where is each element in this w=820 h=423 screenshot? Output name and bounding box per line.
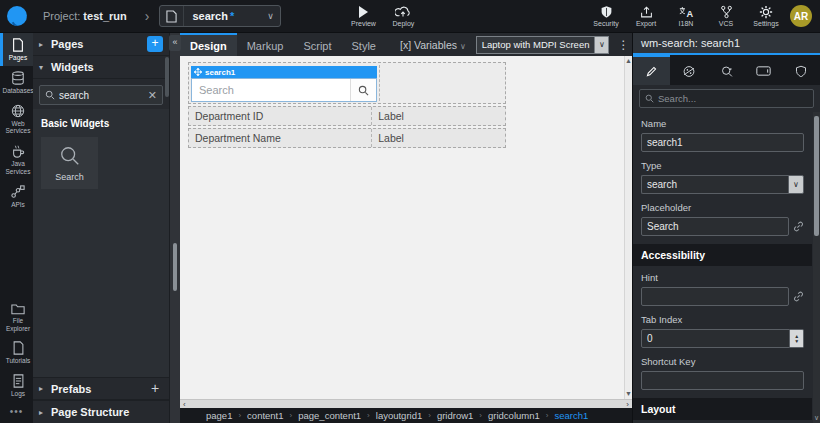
stepper-arrows[interactable]: ▲▼ — [790, 329, 804, 348]
canvas-left-scrollbar-thumb[interactable] — [173, 243, 177, 291]
device-tab[interactable] — [745, 55, 782, 85]
stepper-down-icon[interactable]: ▼ — [794, 339, 799, 344]
rail-item-pages[interactable]: Pages — [0, 33, 33, 66]
rail-item-web-services[interactable]: Web Services — [0, 99, 33, 140]
left-panel-scrollbar[interactable] — [165, 57, 169, 97]
variables-menu[interactable]: [x] Variables ∨ — [400, 39, 466, 51]
breadcrumb-gridrow1[interactable]: gridrow1 — [437, 410, 473, 421]
properties-panel-tabs — [633, 55, 820, 85]
empty-grid-cell[interactable] — [379, 65, 503, 101]
chevron-right-icon: › — [145, 8, 150, 24]
bind-link-icon[interactable] — [793, 291, 804, 302]
rail-item-databases[interactable]: Databases — [0, 66, 33, 99]
styles-tab[interactable] — [670, 55, 707, 85]
search-widget-tile-label: Search — [55, 172, 84, 182]
tab-index-input[interactable] — [641, 329, 790, 348]
breadcrumb-page1[interactable]: page1 — [206, 410, 232, 421]
name-input[interactable] — [641, 133, 804, 152]
label-department-id[interactable]: Department ID — [189, 107, 372, 125]
tab-index-stepper: ▲▼ — [641, 329, 804, 348]
scroll-down-icon[interactable]: ▼ — [625, 389, 632, 399]
chevron-down-icon: ∨ — [260, 11, 280, 21]
grid-row-department-name[interactable]: Department Name Label — [188, 128, 506, 148]
layout-grid[interactable]: search1 — [188, 62, 506, 150]
breadcrumb-search1[interactable]: search1 — [554, 410, 588, 421]
more-options-icon[interactable]: ⋮ — [617, 38, 629, 52]
search-icon — [45, 90, 55, 100]
page-icon — [11, 38, 25, 52]
rail-more-button[interactable]: ••• — [0, 402, 33, 423]
device-preview-select[interactable]: Laptop with MDPI Screen ∨ — [476, 36, 610, 54]
label-department-name[interactable]: Department Name — [189, 129, 372, 147]
bind-link-icon[interactable] — [793, 221, 804, 232]
breadcrumb-gridcolumn1[interactable]: gridcolumn1 — [488, 410, 540, 421]
property-search-input[interactable] — [658, 93, 808, 104]
deploy-button[interactable]: Deploy — [383, 0, 423, 33]
pages-accordion-header[interactable]: ▸ Pages + — [33, 33, 169, 56]
collapse-left-panel-button[interactable]: « — [169, 35, 181, 51]
shortcut-key-input[interactable] — [641, 371, 804, 390]
tab-script[interactable]: Script — [293, 33, 341, 56]
properties-tab[interactable] — [633, 55, 670, 85]
svg-text:A: A — [686, 9, 693, 19]
security-tab[interactable] — [783, 55, 820, 85]
chevron-right-icon: ▸ — [39, 384, 51, 393]
scroll-down-icon[interactable]: ∨ — [813, 414, 820, 422]
page-selector[interactable]: search* ∨ — [159, 5, 281, 27]
translate-icon: A — [679, 5, 694, 19]
grid-row-search[interactable]: search1 — [188, 62, 506, 104]
widgets-accordion-header[interactable]: ▾ Widgets — [33, 56, 169, 79]
canvas-search-button[interactable] — [350, 79, 376, 101]
search-settings-icon — [720, 65, 734, 78]
placeholder-input[interactable] — [641, 217, 789, 236]
vcs-button[interactable]: VCS — [706, 0, 746, 33]
user-avatar[interactable]: AR — [790, 5, 812, 27]
wavemaker-logo[interactable] — [0, 0, 33, 33]
selected-search-widget[interactable]: search1 — [191, 66, 377, 103]
properties-scrollbar[interactable]: ∨ — [813, 112, 820, 423]
canvas-vertical-scrollbar[interactable]: ▲ ▼ — [624, 56, 632, 399]
scroll-up-icon[interactable]: ▲ — [625, 56, 632, 66]
i18n-button[interactable]: A I18N — [666, 0, 706, 33]
search-icon — [358, 85, 369, 96]
panel-splitter[interactable]: « — [170, 33, 180, 423]
breadcrumb-layoutgrid1[interactable]: layoutgrid1 — [376, 410, 422, 421]
clear-search-icon[interactable]: ✕ — [148, 89, 157, 102]
rail-item-tutorials[interactable]: Tutorials — [0, 336, 33, 369]
property-search-box[interactable] — [639, 89, 814, 108]
design-canvas[interactable]: search1 — [180, 56, 624, 399]
tab-style[interactable]: Style — [342, 33, 386, 56]
canvas-horizontal-scrollbar[interactable]: ‹ › — [180, 399, 632, 408]
security-button[interactable]: Security — [586, 0, 626, 33]
hint-input[interactable] — [641, 287, 789, 306]
breadcrumb-content1[interactable]: content1 — [247, 410, 283, 421]
breadcrumb-page-content1[interactable]: page_content1 — [298, 410, 361, 421]
label-value[interactable]: Label — [372, 129, 505, 147]
rail-item-java-services[interactable]: Java Services — [0, 139, 33, 180]
preview-button[interactable]: Preview — [343, 0, 383, 33]
settings-button[interactable]: Settings — [746, 0, 786, 33]
canvas-search-box[interactable] — [191, 78, 377, 102]
page-structure-accordion-header[interactable]: ▸ Page Structure — [33, 400, 169, 423]
export-button[interactable]: Export — [626, 0, 666, 33]
rail-item-logs[interactable]: Logs — [0, 369, 33, 402]
widget-search-input[interactable] — [59, 90, 148, 101]
prefabs-accordion-header[interactable]: ▸ Prefabs + — [33, 377, 169, 400]
type-label: Type — [641, 160, 804, 171]
add-page-button[interactable]: + — [147, 36, 163, 52]
add-prefab-button[interactable]: + — [147, 381, 163, 397]
breadcrumb-separator: › — [479, 411, 482, 420]
properties-scrollbar-thumb[interactable] — [814, 116, 819, 236]
widget-search-box[interactable]: ✕ — [39, 85, 163, 105]
type-select[interactable]: search ∨ — [641, 175, 804, 194]
label-value[interactable]: Label — [372, 107, 505, 125]
search-widget-tile[interactable]: Search — [41, 137, 98, 189]
rail-item-apis[interactable]: APIs — [0, 180, 33, 213]
tab-markup[interactable]: Markup — [237, 33, 294, 56]
canvas-search-input[interactable] — [192, 84, 350, 96]
grid-row-department-id[interactable]: Department ID Label — [188, 106, 506, 126]
widget-selection-tag[interactable]: search1 — [191, 66, 377, 78]
rail-item-file-explorer[interactable]: File Explorer — [0, 297, 33, 337]
advanced-search-tab[interactable] — [708, 55, 745, 85]
tab-design[interactable]: Design — [180, 33, 237, 56]
